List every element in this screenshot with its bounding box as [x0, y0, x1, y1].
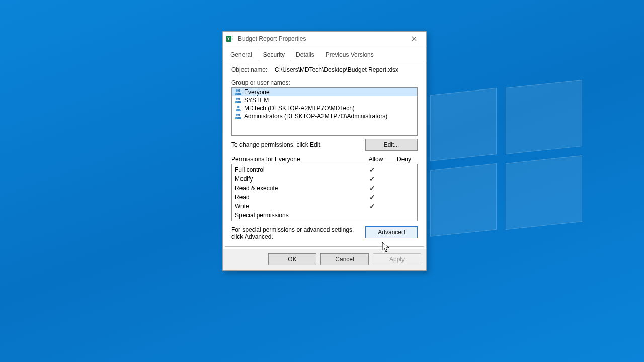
group-icon: [234, 97, 243, 104]
svg-point-5: [238, 89, 240, 92]
object-path: C:\Users\MDTech\Desktop\Budget Report.xl…: [275, 66, 418, 73]
permission-row[interactable]: Write✓: [232, 202, 417, 211]
tab-general[interactable]: General: [225, 49, 258, 61]
permission-name: Read & execute: [235, 185, 358, 192]
permission-row[interactable]: Read✓: [232, 193, 417, 202]
close-button[interactable]: [405, 33, 423, 44]
svg-point-4: [236, 89, 238, 92]
tab-strip: General Security Details Previous Versio…: [223, 46, 426, 61]
desktop: Budget Report Properties General Securit…: [0, 0, 644, 362]
permission-row[interactable]: Read & execute✓: [232, 184, 417, 193]
permission-row[interactable]: Modify✓: [232, 174, 417, 184]
permission-allow-cell: ✓: [358, 166, 387, 174]
permission-name: Modify: [235, 175, 358, 183]
edit-hint-text: To change permissions, click Edit.: [231, 141, 365, 148]
group-item-name: SYSTEM: [244, 97, 269, 104]
group-item-name: Everyone: [244, 88, 270, 96]
group-user-list[interactable]: EveryoneSYSTEMMDTech (DESKTOP-A2MTP7O\MD…: [231, 87, 418, 136]
user-icon: [234, 105, 243, 112]
group-item[interactable]: Administrators (DESKTOP-A2MTP7O\Administ…: [232, 112, 417, 120]
permission-allow-cell: ✓: [358, 175, 387, 183]
permissions-list[interactable]: Full control✓Modify✓Read & execute✓Read✓…: [231, 164, 418, 221]
svg-point-10: [238, 114, 240, 116]
permissions-for-label: Permissions for Everyone: [231, 156, 361, 163]
excel-file-icon: [226, 35, 234, 43]
group-icon: [234, 113, 243, 120]
apply-button[interactable]: Apply: [373, 253, 421, 265]
permission-row[interactable]: Special permissions: [232, 211, 417, 220]
advanced-hint-text: For special permissions or advanced sett…: [231, 226, 365, 240]
allow-column-header: Allow: [361, 156, 390, 163]
edit-button[interactable]: Edit...: [365, 139, 418, 151]
ok-button[interactable]: OK: [268, 253, 316, 265]
group-item[interactable]: SYSTEM: [232, 96, 417, 104]
svg-point-6: [236, 98, 238, 100]
svg-rect-2: [231, 38, 233, 39]
title-bar[interactable]: Budget Report Properties: [223, 32, 426, 46]
svg-point-9: [236, 114, 238, 116]
svg-rect-3: [231, 39, 233, 40]
permission-name: Full control: [235, 166, 358, 173]
svg-point-7: [238, 98, 240, 100]
tab-details[interactable]: Details: [290, 49, 320, 61]
dialog-button-bar: OK Cancel Apply: [223, 249, 426, 270]
advanced-button[interactable]: Advanced: [365, 226, 418, 238]
tab-previous-versions[interactable]: Previous Versions: [320, 49, 379, 61]
group-item-name: Administrators (DESKTOP-A2MTP7O\Administ…: [244, 113, 387, 120]
permission-allow-cell: ✓: [358, 193, 387, 201]
tab-security[interactable]: Security: [258, 49, 290, 61]
permission-row[interactable]: Full control✓: [232, 165, 417, 174]
deny-column-header: Deny: [390, 156, 418, 163]
permission-name: Read: [235, 194, 358, 201]
dialog-title: Budget Report Properties: [238, 35, 405, 42]
svg-rect-1: [231, 36, 233, 37]
permission-name: Write: [235, 203, 358, 210]
permission-allow-cell: ✓: [358, 202, 387, 210]
permission-name: Special permissions: [235, 212, 358, 219]
properties-dialog: Budget Report Properties General Securit…: [222, 31, 427, 271]
object-name-label: Object name:: [231, 66, 275, 73]
svg-point-8: [237, 106, 240, 108]
group-item-name: MDTech (DESKTOP-A2MTP7O\MDTech): [244, 105, 355, 112]
security-tab-body: Object name: C:\Users\MDTech\Desktop\Bud…: [225, 61, 424, 247]
cancel-button[interactable]: Cancel: [320, 253, 369, 265]
group-names-label: Group or user names:: [231, 79, 418, 86]
group-icon: [234, 88, 243, 96]
group-item[interactable]: Everyone: [232, 88, 417, 96]
windows-logo: [430, 88, 581, 239]
permission-allow-cell: ✓: [358, 184, 387, 192]
group-item[interactable]: MDTech (DESKTOP-A2MTP7O\MDTech): [232, 104, 417, 112]
